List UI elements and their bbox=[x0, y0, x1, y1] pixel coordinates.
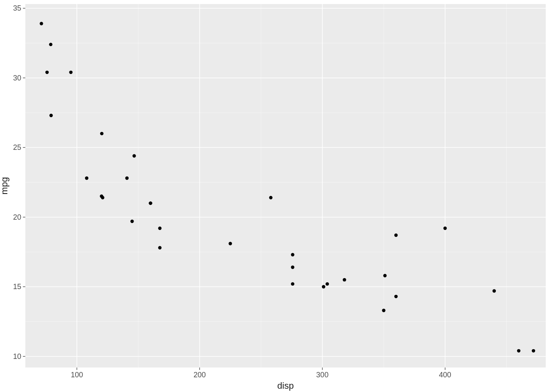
data-point bbox=[158, 246, 161, 249]
data-point bbox=[130, 220, 134, 223]
plot-panel bbox=[25, 4, 546, 368]
data-point bbox=[45, 71, 49, 74]
x-tick-label: 300 bbox=[316, 371, 328, 379]
data-point bbox=[149, 201, 152, 205]
data-point bbox=[49, 114, 53, 117]
y-tick-label: 20 bbox=[13, 213, 21, 221]
data-point bbox=[493, 289, 496, 292]
data-point bbox=[101, 196, 104, 199]
scatter-chart: 100200300400101520253035dispmpg bbox=[0, 0, 549, 392]
y-tick-label: 25 bbox=[13, 143, 21, 151]
data-point bbox=[343, 278, 346, 281]
data-point bbox=[229, 242, 232, 245]
y-tick-label: 35 bbox=[13, 4, 21, 12]
data-point bbox=[49, 43, 52, 46]
data-point bbox=[269, 196, 272, 199]
y-axis-title: mpg bbox=[0, 177, 9, 195]
data-point bbox=[326, 282, 329, 285]
data-point bbox=[40, 22, 43, 25]
x-tick-label: 200 bbox=[194, 371, 206, 379]
x-axis-title: disp bbox=[277, 381, 294, 391]
data-point bbox=[517, 349, 520, 352]
x-tick-label: 400 bbox=[439, 371, 451, 379]
data-point bbox=[158, 227, 161, 230]
chart-svg: 100200300400101520253035dispmpg bbox=[0, 0, 549, 392]
data-point bbox=[132, 154, 136, 157]
data-point bbox=[291, 282, 294, 285]
y-tick-label: 30 bbox=[13, 74, 21, 82]
data-point bbox=[100, 132, 103, 135]
data-point bbox=[125, 176, 129, 180]
y-tick-label: 10 bbox=[13, 352, 21, 361]
data-point bbox=[394, 295, 397, 298]
data-point bbox=[443, 227, 446, 230]
x-tick-label: 100 bbox=[71, 371, 83, 379]
data-point bbox=[85, 176, 88, 180]
data-point bbox=[394, 234, 397, 237]
data-point bbox=[291, 265, 294, 269]
data-point bbox=[382, 309, 385, 312]
data-point bbox=[383, 274, 386, 277]
data-point bbox=[291, 253, 294, 256]
y-tick-label: 15 bbox=[13, 283, 21, 291]
data-point bbox=[322, 285, 325, 288]
data-point bbox=[532, 349, 535, 352]
data-point bbox=[69, 71, 72, 74]
